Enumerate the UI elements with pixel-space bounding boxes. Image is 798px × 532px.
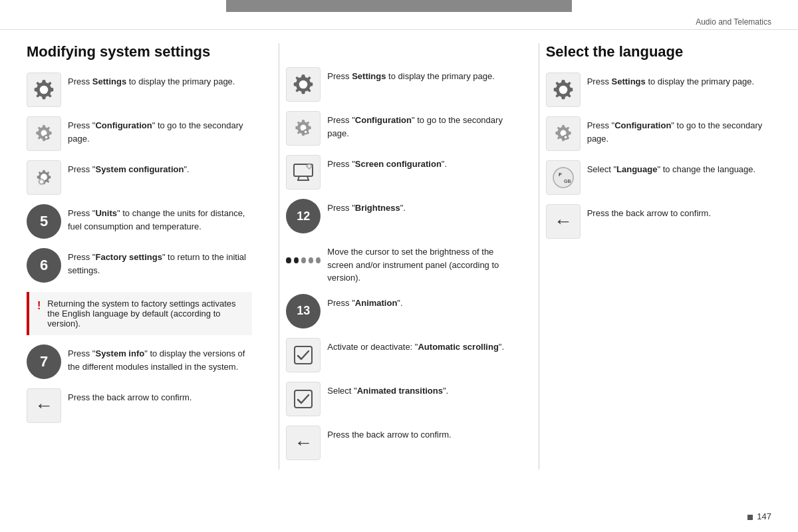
list-item: 12 Press "Brightness". (286, 199, 511, 233)
settings-icon (27, 72, 61, 107)
instruction-text: Press "System info" to display the versi… (68, 344, 252, 373)
list-item: 5 Press "Units" to change the units for … (27, 204, 252, 239)
dot (286, 257, 291, 263)
instruction-text: Move the cursor to set the brightness of… (327, 243, 511, 285)
list-item: ← Press the back arrow to confirm. (27, 388, 252, 423)
svg-text:F: F (559, 172, 562, 178)
instruction-text: Press "Factory settings" to return to th… (68, 248, 252, 277)
list-item: 13 Press "Animation". (286, 294, 511, 329)
configuration-icon (286, 111, 321, 146)
list-item: 7 Press "System info" to display the ver… (27, 344, 252, 379)
instruction-text: Press "Animation". (327, 294, 402, 310)
list-item: ← Press the back arrow to confirm. (286, 426, 511, 460)
list-item: Press Settings to display the primary pa… (546, 72, 771, 107)
dot (294, 257, 299, 263)
column-screen: Press Settings to display the primary pa… (286, 43, 531, 469)
dot (316, 257, 321, 263)
col1-title: Modifying system settings (27, 43, 252, 61)
back-arrow-icon: ← (27, 388, 61, 423)
back-arrow-icon: ← (546, 204, 581, 239)
list-item: Select "Animated transitions". (286, 382, 511, 416)
svg-rect-18 (295, 390, 312, 408)
dot (301, 257, 306, 263)
list-item: Press Settings to display the primary pa… (286, 67, 511, 102)
list-item: 6 Press "Factory settings" to return to … (27, 248, 252, 283)
instruction-text: Press "System configuration". (68, 160, 190, 176)
instruction-text: Press "Brightness". (327, 199, 406, 215)
svg-point-19 (553, 168, 573, 188)
number-7-icon: 7 (27, 344, 61, 379)
svg-rect-8 (294, 164, 313, 176)
instruction-text: Select "Language" to change the language… (587, 160, 756, 176)
page-number: 147 (747, 511, 771, 521)
list-item: Press Settings to display the primary pa… (27, 72, 252, 107)
svg-text:GB: GB (564, 179, 571, 184)
page-number-text: 147 (757, 511, 771, 521)
number-6-icon: 6 (27, 248, 61, 283)
header-section-label: Audio and Telematics (0, 12, 798, 30)
instruction-text: Press the back arrow to confirm. (68, 388, 192, 404)
column-language: Select the language Press Settings to di… (546, 43, 771, 469)
instruction-text: Press the back arrow to confirm. (587, 204, 711, 220)
dots-slider-icon (286, 243, 321, 277)
list-item: Press "Configuration" to go to the secon… (27, 116, 252, 151)
settings-icon (286, 67, 321, 102)
list-item: F GB Select "Language" to change the lan… (546, 160, 771, 195)
configuration-icon (546, 116, 581, 151)
list-item: Press "Configuration" to go to the secon… (286, 111, 511, 146)
configuration-icon (27, 116, 61, 151)
instruction-text: Press "Configuration" to go to the secon… (327, 111, 511, 140)
warning-icon: ! (37, 300, 41, 312)
col3-title: Select the language (546, 43, 771, 61)
instruction-text: Press the back arrow to confirm. (327, 426, 451, 442)
instruction-text: Press "Screen configuration". (327, 155, 447, 171)
checkbox-icon (286, 338, 321, 372)
list-item: Move the cursor to set the brightness of… (286, 243, 511, 285)
top-bar (226, 0, 572, 12)
divider-2 (539, 43, 539, 469)
main-content: Modifying system settings Press Settings… (0, 30, 798, 483)
divider-1 (279, 43, 279, 469)
system-config-icon (27, 160, 61, 195)
warning-text: Returning the system to factory settings… (47, 299, 244, 329)
number-5-icon: 5 (27, 204, 61, 239)
svg-rect-17 (295, 346, 312, 364)
column-modifying: Modifying system settings Press Settings… (27, 43, 272, 469)
instruction-text: Press Settings to display the primary pa… (587, 72, 754, 88)
dot (309, 257, 313, 263)
section-label: Audio and Telematics (696, 17, 771, 27)
list-item: ← Press the back arrow to confirm. (546, 204, 771, 239)
list-item: Press "Configuration" to go to the secon… (546, 116, 771, 151)
instruction-text: Activate or deactivate: "Automatic scrol… (327, 338, 504, 354)
back-arrow-icon: ← (286, 426, 321, 460)
screen-config-icon (286, 155, 321, 190)
language-flag-icon: F GB (546, 160, 581, 195)
page-square-icon (747, 515, 753, 520)
number-12-icon: 12 (286, 199, 321, 233)
number-13-icon: 13 (286, 294, 321, 329)
checkbox-icon (286, 382, 321, 416)
instruction-text: Press "Configuration" to go to the secon… (587, 116, 771, 145)
instruction-text: Press "Configuration" to go to the secon… (68, 116, 252, 145)
settings-icon (546, 72, 581, 107)
list-item: Activate or deactivate: "Automatic scrol… (286, 338, 511, 372)
instruction-text: Press "Units" to change the units for di… (68, 204, 252, 233)
instruction-text: Press Settings to display the primary pa… (327, 67, 494, 83)
list-item: Press "Screen configuration". (286, 155, 511, 190)
list-item: Press "System configuration". (27, 160, 252, 195)
instruction-text: Select "Animated transitions". (327, 382, 448, 398)
instruction-text: Press Settings to display the primary pa… (68, 72, 235, 88)
warning-box: ! Returning the system to factory settin… (27, 292, 252, 335)
